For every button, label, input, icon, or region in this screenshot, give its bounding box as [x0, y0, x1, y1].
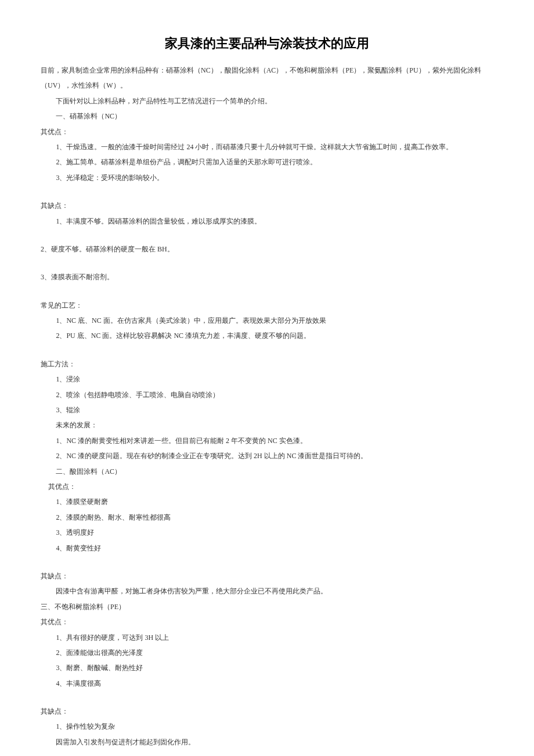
section-1-advantage-label: 其优点： [41, 124, 493, 139]
page-title: 家具漆的主要品种与涂装技术的应用 [41, 35, 493, 52]
list-item: 1、丰满度不够。因硝基涂料的固含量较低，难以形成厚实的漆膜。 [41, 214, 493, 229]
section-1-method-label: 施工方法： [41, 357, 493, 372]
intro-paragraph-2: 下面针对以上涂料品种，对产品特性与工艺情况进行一个简单的介绍。 [41, 93, 493, 109]
list-item: 1、漆膜坚硬耐磨 [41, 494, 493, 509]
list-item: 3、透明度好 [41, 525, 493, 540]
list-item: 因漆中含有游离甲醛，对施工者身体伤害较为严重，绝大部分企业已不再使用此类产品。 [41, 584, 493, 599]
list-item: 2、硬度不够。硝基涂料的硬度一般在 BH。 [41, 242, 493, 257]
list-item: 1、NC 漆的耐黄变性相对来讲差一些。但目前已有能耐 2 年不变黄的 NC 实色… [41, 433, 493, 448]
list-item: 2、PU 底、NC 面。这样比较容易解决 NC 漆填充力差，丰满度、硬度不够的问… [41, 328, 493, 343]
list-item: 1、干燥迅速。一般的油漆干燥时间需经过 24 小时，而硝基漆只要十几分钟就可干燥… [41, 139, 493, 154]
list-item: 3、耐磨、耐酸碱、耐热性好 [41, 660, 493, 675]
section-2-disadvantage-label: 其缺点： [41, 568, 493, 584]
list-item: 因需加入引发剂与促进剂才能起到固化作用。 [41, 735, 493, 750]
list-item: 4、耐黄变性好 [41, 541, 493, 556]
section-2-advantage-label: 其优点： [41, 479, 493, 494]
intro-paragraph-1: 目前，家具制造企业常用的涂料品种有：硝基涂料（NC），酸固化涂料（AC），不饱和… [41, 63, 493, 93]
section-2-heading: 二、酸固涂料（AC） [41, 464, 493, 479]
list-item: 2、漆膜的耐热、耐水、耐寒性都很高 [41, 510, 493, 525]
section-1-disadvantage-label: 其缺点： [41, 198, 493, 213]
section-1-heading: 一、硝基涂料（NC） [41, 109, 493, 124]
section-3-disadvantage-label: 其缺点： [41, 704, 493, 719]
list-item: 3、漆膜表面不耐溶剂。 [41, 269, 493, 285]
section-3-advantage-label: 其优点： [41, 614, 493, 629]
list-item: 2、面漆能做出很高的光泽度 [41, 645, 493, 660]
list-item: 2、施工简单。硝基涂料是单组份产品，调配时只需加入适量的天那水即可进行喷涂。 [41, 154, 493, 170]
list-item: 2、喷涂（包括静电喷涂、手工喷涂、电脑自动喷涂） [41, 387, 493, 402]
section-1-craft-label: 常见的工艺： [41, 298, 493, 313]
list-item: 1、具有很好的硬度，可达到 3H 以上 [41, 630, 493, 645]
list-item: 3、辊涂 [41, 402, 493, 417]
list-item: 1、NC 底、NC 面。在仿古家具（美式涂装）中，应用最广。表现效果大部分为开放… [41, 313, 493, 328]
list-item: 3、光泽稳定：受环境的影响较小。 [41, 170, 493, 185]
list-item: 2、NC 漆的硬度问题。现在有砂的制漆企业正在专项研究。达到 2H 以上的 NC… [41, 448, 493, 463]
list-item: 1、操作性较为复杂 [41, 719, 493, 734]
section-1-future-label: 未来的发展： [41, 417, 493, 433]
list-item: 4、丰满度很高 [41, 676, 493, 691]
section-3-heading: 三、不饱和树脂涂料（PE） [41, 599, 493, 614]
list-item: 1、浸涂 [41, 372, 493, 387]
